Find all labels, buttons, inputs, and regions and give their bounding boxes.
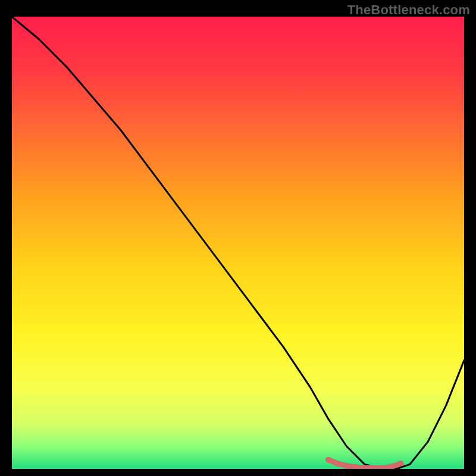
optimal-band-point xyxy=(334,461,340,466)
chart-frame: TheBottleneck.com xyxy=(0,0,476,476)
bottleneck-chart xyxy=(12,17,464,469)
plot-area xyxy=(12,17,464,469)
watermark-text: TheBottleneck.com xyxy=(347,2,470,18)
optimal-band-point xyxy=(343,463,349,469)
gradient-background xyxy=(12,17,464,469)
optimal-band-point xyxy=(325,457,331,463)
optimal-band-point xyxy=(398,461,404,466)
